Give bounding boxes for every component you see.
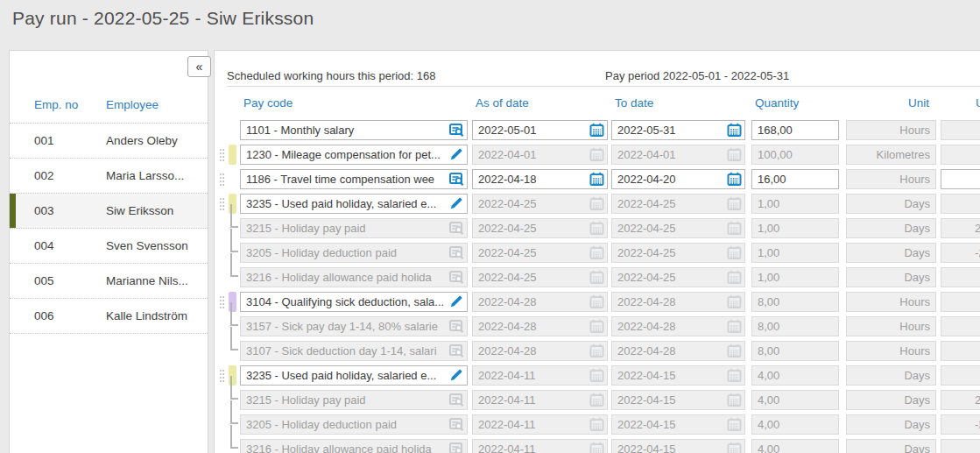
quantity-value: 100,00 [758,148,793,161]
as-of-date-field: 2022-04-28 [472,316,608,336]
quantity-field: 100,00 [751,145,839,165]
calendar-icon[interactable] [589,123,604,138]
drag-handle-icon[interactable] [219,295,225,308]
quantity-field[interactable]: 16,00 [751,169,839,189]
to-date-field[interactable]: 2022-05-31 [611,120,745,140]
quantity-value: 4,00 [758,442,779,453]
unit-value: Days [904,369,930,382]
unit-price-value: -2 [975,246,980,259]
as-of-date-field[interactable]: 2022-05-01 [472,120,608,140]
calendar-icon [589,294,604,309]
to-date-value: 2022-04-01 [617,148,676,161]
unit-field: Hours [846,292,936,312]
quantity-field[interactable]: 168,00 [751,120,839,140]
as-of-date-field: 2022-04-11 [472,365,608,386]
quantity-value: 4,00 [758,369,779,382]
to-date-field: 2022-04-25 [611,243,745,263]
pay-code-field[interactable]: 1101 - Monthly salary [240,120,468,140]
as-of-date-field: 2022-04-28 [472,292,608,312]
employee-row[interactable]: 004Sven Svensson [10,229,208,264]
employee-number: 005 [34,264,54,299]
edit-pencil-icon[interactable] [449,368,464,383]
lookup-icon [449,343,464,358]
to-date-value: 2022-04-15 [617,393,676,407]
edit-pencil-icon[interactable] [449,147,464,162]
as-of-date-value: 2022-04-11 [478,418,536,431]
edit-pencil-icon[interactable] [449,196,464,211]
pay-code-field[interactable]: 1186 - Travel time compensation wee [240,169,468,189]
drag-handle-icon[interactable] [219,197,225,210]
calendar-icon[interactable] [727,123,742,138]
employee-row[interactable]: 001Anders Oleby [10,124,208,159]
pay-code-field[interactable]: 1230 - Mileage compensation for pet... [240,145,468,165]
employee-row[interactable]: 006Kalle Lindström [10,299,208,334]
as-of-date-column-header: As of date [476,96,529,110]
drag-handle-icon[interactable] [219,148,225,161]
drag-handle-icon[interactable] [219,173,225,186]
lookup-icon[interactable] [449,172,464,187]
drag-handle-icon[interactable] [219,369,225,382]
employee-row[interactable]: 005Marianne Nils... [10,264,208,299]
unit-price-field[interactable] [941,169,980,189]
unit-field: Hours [846,169,936,189]
pay-code-value: 3104 - Qualifying sick deduction, sala..… [246,295,444,308]
as-of-date-field[interactable]: 2022-04-18 [472,169,608,189]
to-date-column-header: To date [615,96,653,110]
lookup-icon[interactable] [449,123,464,138]
row-color-marker [229,145,236,165]
as-of-date-field: 2022-04-01 [472,145,608,165]
employee-name: Kalle Lindström [106,299,187,334]
pay-code-field[interactable]: 3235 - Used paid holiday, salaried e... [240,194,468,214]
employee-row[interactable]: 002Maria Larsso... [10,159,208,194]
unit-price-value: -2 [975,418,980,431]
calendar-icon [727,196,742,211]
quantity-value: 1,00 [758,197,779,210]
sidebar-collapse-button[interactable]: « [187,56,211,77]
tree-connector [230,204,238,228]
calendar-icon [589,368,604,383]
unit-price-field [941,439,980,453]
as-of-date-value: 2022-04-01 [478,148,537,161]
tree-connector [230,302,238,326]
tree-connector [230,229,238,252]
unit-price-field [941,365,980,386]
to-date-value: 2022-04-25 [617,246,676,259]
unit-field: Kilometres [846,145,936,165]
as-of-date-value: 2022-04-25 [478,271,537,284]
unit-field: Days [846,194,936,214]
calendar-icon [589,343,604,358]
quantity-field: 4,00 [751,390,839,410]
emp-no-column-header: Emp. no [34,98,78,111]
to-date-field[interactable]: 2022-04-20 [611,169,745,189]
edit-pencil-icon[interactable] [449,294,464,309]
calendar-icon[interactable] [589,172,604,187]
to-date-value: 2022-04-25 [617,271,676,284]
unit-value: Hours [899,124,930,137]
to-date-value: 2022-05-31 [617,124,676,137]
unit-price-field: 2 [941,390,980,410]
quantity-field: 1,00 [751,194,839,214]
pay-code-field[interactable]: 3235 - Used paid holiday, salaried e... [240,365,468,386]
as-of-date-value: 2022-04-11 [478,369,536,382]
as-of-date-value: 2022-05-01 [478,124,537,137]
to-date-value: 2022-04-28 [617,320,676,333]
calendar-icon [589,221,604,236]
unit-value: Hours [899,320,930,333]
pay-row: 3205 - Holiday deduction paid 2022-04-11… [215,414,980,435]
calendar-icon [727,417,742,432]
calendar-icon [589,442,604,453]
unit-value: Hours [899,344,930,357]
pay-code-value: 1186 - Travel time compensation wee [246,173,434,186]
pay-code-field[interactable]: 3104 - Qualifying sick deduction, sala..… [240,292,468,312]
quantity-field: 1,00 [751,243,839,263]
pay-code-field: 3216 - Holiday allowance paid holida [240,439,468,453]
pay-row: 1101 - Monthly salary 2022-05-01 2022-05… [215,120,980,140]
quantity-field: 8,00 [751,316,839,336]
calendar-icon[interactable] [727,172,742,187]
employee-number: 003 [34,194,54,229]
quantity-column-header: Quantity [755,96,799,110]
quantity-field: 1,00 [751,267,839,287]
pay-code-field: 3157 - Sick pay day 1-14, 80% salarie [240,316,468,336]
employee-row[interactable]: 003Siw Eriksson [10,194,208,229]
quantity-value: 4,00 [758,393,779,407]
